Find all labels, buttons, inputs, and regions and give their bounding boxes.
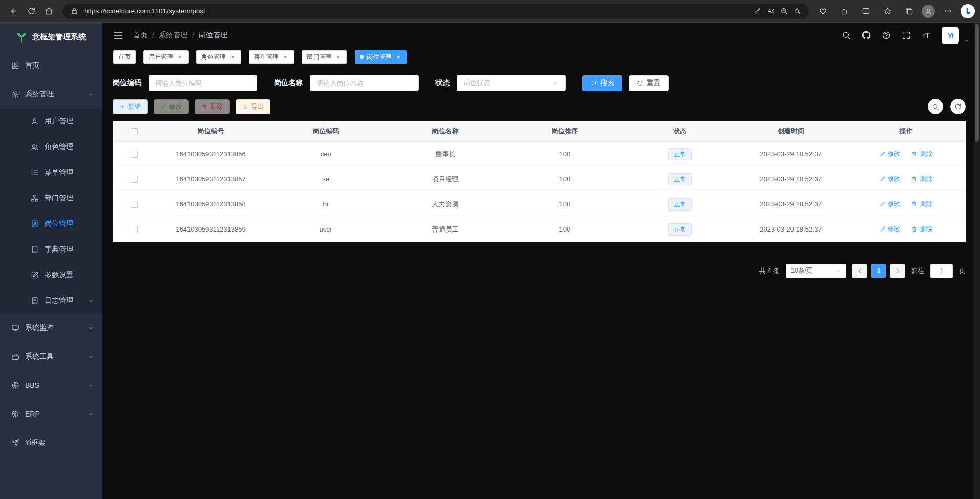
row-delete-link[interactable]: 删除 <box>911 175 932 183</box>
read-aloud-icon[interactable] <box>764 5 777 18</box>
row-checkbox[interactable] <box>131 201 138 208</box>
tags-view: 首页 用户管理 × 角色管理 × 菜单管理 × 部门管理 × 岗位管理 × <box>102 48 980 66</box>
breadcrumb-home[interactable]: 首页 <box>133 31 148 40</box>
tab-role-mgmt[interactable]: 角色管理 × <box>196 50 241 64</box>
add-favorite-star-icon[interactable] <box>790 5 804 18</box>
browser-profile-avatar[interactable] <box>922 5 935 18</box>
tab-menu-mgmt[interactable]: 菜单管理 × <box>249 50 294 64</box>
row-delete-link[interactable]: 删除 <box>911 225 932 234</box>
goto-page-input[interactable] <box>930 264 953 278</box>
github-icon[interactable] <box>862 31 871 40</box>
sidebar-fold-icon[interactable] <box>113 30 124 41</box>
status-select[interactable]: 岗位状态 <box>457 75 566 91</box>
search-button[interactable]: 搜索 <box>582 75 622 91</box>
sidebar-item-yi-framework[interactable]: Yi框架 <box>0 428 102 457</box>
tab-post-mgmt[interactable]: 岗位管理 × <box>355 50 407 64</box>
close-icon[interactable]: × <box>229 54 236 60</box>
post-code-input[interactable] <box>149 75 257 91</box>
reset-button[interactable]: 重置 <box>629 75 669 91</box>
browser-home-icon[interactable] <box>40 3 57 20</box>
row-delete-link[interactable]: 删除 <box>911 150 932 158</box>
sidebar-item-bbs[interactable]: BBS <box>0 371 102 400</box>
url-text[interactable]: https://ccnetcore.com:1101/system/post <box>84 7 750 15</box>
toggle-search-button[interactable] <box>928 99 943 114</box>
sidebar-item-erp[interactable]: ERP <box>0 400 102 428</box>
post-name-input[interactable] <box>310 75 419 91</box>
password-key-icon[interactable] <box>750 5 764 18</box>
sidebar-item-dict-mgmt[interactable]: 字典管理 <box>0 237 102 262</box>
tab-label: 首页 <box>118 53 131 61</box>
row-checkbox[interactable] <box>131 226 138 233</box>
row-edit-link[interactable]: 修改 <box>880 150 901 158</box>
post-name-cell: 项目经理 <box>386 167 505 192</box>
chevron-down-icon[interactable] <box>964 38 970 44</box>
scrollbar[interactable] <box>974 23 980 499</box>
refresh-table-button[interactable] <box>950 99 966 114</box>
header-search-icon[interactable] <box>842 31 851 40</box>
sidebar-item-label: 用户管理 <box>45 117 73 126</box>
sidebar-item-system-mgmt[interactable]: 系统管理 <box>0 80 102 109</box>
browser-back-icon[interactable] <box>5 3 23 20</box>
edit-button[interactable]: 修改 <box>154 99 189 114</box>
page-1-button[interactable]: 1 <box>871 264 886 278</box>
add-button[interactable]: 新增 <box>113 99 148 114</box>
sidebar-item-user-mgmt[interactable]: 用户管理 <box>0 109 102 134</box>
tab-home[interactable]: 首页 <box>113 50 136 64</box>
sidebar-item-home[interactable]: 首页 <box>0 51 102 80</box>
zoom-icon[interactable] <box>777 5 790 18</box>
bing-copilot-icon[interactable] <box>961 4 975 18</box>
font-size-icon[interactable] <box>922 31 931 40</box>
row-edit-link[interactable]: 修改 <box>880 200 901 209</box>
row-edit-link[interactable]: 修改 <box>880 175 901 183</box>
refresh-icon <box>637 80 643 87</box>
row-delete-label: 删除 <box>920 150 932 158</box>
user-avatar[interactable]: Yi <box>942 27 959 44</box>
extensions-puzzle-icon[interactable] <box>836 3 853 20</box>
row-delete-link[interactable]: 删除 <box>911 200 932 209</box>
page-size-select[interactable]: 10条/页 <box>786 264 846 278</box>
tab-dept-mgmt[interactable]: 部门管理 × <box>302 50 347 64</box>
help-question-icon[interactable] <box>882 31 891 40</box>
sidebar-item-system-tools[interactable]: 系统工具 <box>0 342 102 371</box>
created-cell: 2023-03-29 18:52:37 <box>735 192 846 217</box>
scrollbar-thumb[interactable] <box>975 24 979 142</box>
fullscreen-icon[interactable] <box>902 31 911 40</box>
browser-essentials-icon[interactable] <box>814 3 831 20</box>
prev-page-button[interactable] <box>852 264 867 278</box>
search-icon <box>591 80 597 87</box>
favorites-star-icon[interactable] <box>879 3 896 20</box>
table-row: 1641030593112313856 ceo 董事长 100 正常 2023-… <box>113 141 966 167</box>
address-bar[interactable]: https://ccnetcore.com:1101/system/post <box>62 4 809 19</box>
sidebar-item-role-mgmt[interactable]: 角色管理 <box>0 134 102 160</box>
export-button[interactable]: 导出 <box>236 99 270 114</box>
next-page-button[interactable] <box>890 264 905 278</box>
browser-menu-dots-icon[interactable] <box>939 3 956 20</box>
delete-button-label: 删除 <box>210 102 223 111</box>
row-edit-link[interactable]: 修改 <box>880 225 901 234</box>
breadcrumb-system-mgmt[interactable]: 系统管理 <box>159 31 187 40</box>
row-checkbox[interactable] <box>131 176 138 183</box>
close-icon[interactable]: × <box>394 54 402 60</box>
sidebar-item-system-monitor[interactable]: 系统监控 <box>0 314 102 342</box>
delete-button[interactable]: 删除 <box>195 99 230 114</box>
status-select-placeholder: 岗位状态 <box>464 78 490 88</box>
close-icon[interactable]: × <box>335 54 342 60</box>
page-unit-label: 页 <box>959 266 966 276</box>
tab-user-mgmt[interactable]: 用户管理 × <box>143 50 189 64</box>
browser-refresh-icon[interactable] <box>23 3 40 20</box>
edit-pen-icon <box>880 226 886 232</box>
sidebar-item-label: 日志管理 <box>45 296 73 305</box>
collections-icon[interactable] <box>900 3 918 20</box>
sidebar-item-post-mgmt[interactable]: 岗位管理 <box>0 211 102 237</box>
sidebar-item-dept-mgmt[interactable]: 部门管理 <box>0 185 102 211</box>
sidebar-item-menu-mgmt[interactable]: 菜单管理 <box>0 160 102 185</box>
close-icon[interactable]: × <box>176 54 183 60</box>
edit-pen-icon <box>880 201 886 207</box>
row-checkbox[interactable] <box>131 151 138 158</box>
select-all-checkbox[interactable] <box>131 128 138 135</box>
sidebar-item-param-settings[interactable]: 参数设置 <box>0 262 102 288</box>
site-info-lock-icon[interactable] <box>68 5 81 18</box>
sidebar-item-log-mgmt[interactable]: 日志管理 <box>0 288 102 314</box>
close-icon[interactable]: × <box>282 54 289 60</box>
split-screen-icon[interactable] <box>857 3 874 20</box>
